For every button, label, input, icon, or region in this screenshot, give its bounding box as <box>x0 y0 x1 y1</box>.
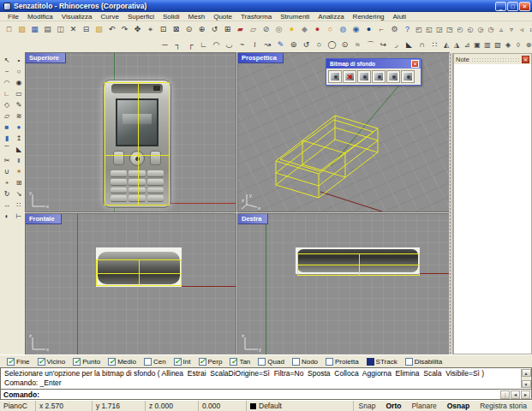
rectangle-icon[interactable]: ▭ <box>13 88 25 99</box>
osnap-medio[interactable]: Medio <box>108 358 136 366</box>
zoom-window-icon[interactable]: ⊡ <box>157 23 170 36</box>
bitmap-toolbar-titlebar[interactable]: Bitmap di sfondo ✕ <box>326 59 421 68</box>
hide-objects-icon[interactable]: ⊘ <box>260 23 272 36</box>
menu-item[interactable]: Analizza <box>314 13 348 21</box>
command-options-button[interactable]: ⋮ <box>500 390 510 399</box>
surface-edge-icon[interactable]: ◱ <box>424 24 434 35</box>
trim-icon[interactable]: ✂ <box>1 155 13 166</box>
explode-icon[interactable]: ✶ <box>13 166 25 177</box>
osnap-punto[interactable]: Punto <box>73 358 100 366</box>
wireframe-viewport-icon[interactable]: ▱ <box>247 23 260 36</box>
osnap-perp[interactable]: Perp <box>199 358 223 366</box>
curve-freeform-icon[interactable]: ~ <box>1 66 13 77</box>
osnap-strack[interactable]: STrack <box>367 358 398 366</box>
sphere-icon[interactable]: ● <box>13 122 25 133</box>
rotate-view-icon[interactable]: ↺ <box>208 23 221 36</box>
undo-icon[interactable]: ↶ <box>105 23 118 36</box>
pane-planare[interactable]: Planare <box>406 402 441 410</box>
notes-textarea[interactable] <box>454 64 531 354</box>
pane-orto[interactable]: Orto <box>380 402 406 410</box>
conic-icon[interactable]: ↝ <box>261 39 274 51</box>
rebuild-curve-icon[interactable]: ∩ <box>415 39 428 51</box>
osnap-quad[interactable]: Quad <box>258 358 284 366</box>
command-history-scrollbar[interactable]: ▲ ▼ <box>521 369 530 388</box>
offset-surface-icon[interactable]: ▿ <box>506 24 517 35</box>
osnap-int[interactable]: Int <box>174 358 191 366</box>
four-viewports-icon[interactable]: ⊞ <box>221 23 234 36</box>
line-segments-icon[interactable]: ┌ <box>184 39 197 51</box>
curve-interpolate-icon[interactable]: ~ <box>236 39 248 51</box>
viewport-frontale[interactable]: Frontale x z <box>26 214 236 354</box>
pane-registra-storia[interactable]: Registra storia <box>475 402 532 410</box>
notes-drag-texture[interactable] <box>471 57 520 62</box>
boolean-difference-icon[interactable]: ◮ <box>451 39 462 51</box>
menu-item[interactable]: Visualizza <box>57 13 97 21</box>
select-pointer-icon[interactable]: ↖ <box>1 55 13 66</box>
curve-control-icon[interactable]: ≀ <box>248 39 261 51</box>
extrude-curve-icon[interactable]: ▵ <box>496 24 506 35</box>
osnap-fine[interactable]: Fine <box>7 358 30 366</box>
offset-solid-icon[interactable]: ◊ <box>513 39 523 51</box>
pane-snap[interactable]: Snap <box>354 402 381 410</box>
menu-item[interactable]: Curve <box>97 13 123 21</box>
scale-icon[interactable]: ↘ <box>13 188 25 200</box>
ellipse-icon[interactable]: ◉ <box>13 77 25 88</box>
render-icon[interactable]: ● <box>311 23 324 36</box>
menu-item[interactable]: Quote <box>209 13 236 21</box>
sketch-icon[interactable]: ✎ <box>13 99 25 110</box>
spiral-icon[interactable]: ↺ <box>300 39 313 51</box>
redo-icon[interactable]: ↷ <box>118 23 131 36</box>
viewport-superiore[interactable]: Superiore x y <box>26 53 236 211</box>
osnap-nodo[interactable]: Nodo <box>292 358 318 366</box>
zoom-in-icon[interactable]: ⊕ <box>195 23 208 36</box>
menu-item[interactable]: Strumenti <box>276 13 314 21</box>
remove-background-bitmap-button[interactable] <box>343 70 356 83</box>
copy-object-icon[interactable]: ⊞ <box>13 177 25 188</box>
notes-close-button[interactable]: ✕ <box>522 56 529 63</box>
extrude-icon[interactable]: ↥ <box>13 133 25 144</box>
extend-curve-icon[interactable]: ↪ <box>377 39 390 51</box>
single-point-icon[interactable]: • <box>13 55 25 66</box>
viewport-label-superiore[interactable]: Superiore <box>26 53 66 63</box>
menu-item[interactable]: Solidi <box>158 13 184 21</box>
join-icon[interactable]: ∪ <box>1 166 13 177</box>
bitmap-toolbar-close-button[interactable]: ✕ <box>411 60 419 68</box>
boolean-icon[interactable]: ◐ <box>1 211 13 222</box>
command-scroll-right-button[interactable]: ▸ <box>521 390 530 399</box>
pipe-icon[interactable]: ▧ <box>493 39 503 51</box>
boolean-union-icon[interactable]: ◭ <box>441 39 451 51</box>
loft-icon[interactable]: ◷ <box>486 24 496 35</box>
copy-icon[interactable]: ⊟ <box>80 23 93 36</box>
command-scroll-left-button[interactable]: ◂ <box>511 390 520 399</box>
menu-item[interactable]: Rendering <box>349 13 389 21</box>
move-background-bitmap-button[interactable] <box>357 70 371 83</box>
move-icon[interactable]: + <box>1 177 13 188</box>
surface-3pt-icon[interactable]: ◰ <box>414 24 424 35</box>
scroll-up-button[interactable]: ▲ <box>522 369 531 377</box>
osnap-proietta[interactable]: Proietta <box>326 358 359 366</box>
chamfer-curve-icon[interactable]: ◣ <box>403 39 415 51</box>
osnap-vicino[interactable]: Vicino <box>38 358 66 366</box>
minimize-button[interactable]: _ <box>495 2 506 11</box>
zoom-selected-icon[interactable]: ⊙ <box>182 23 195 36</box>
array-icon[interactable]: ∷ <box>13 200 25 211</box>
pane-osnap[interactable]: Osnap <box>442 402 475 410</box>
attach-hook-icon[interactable]: ⌐ <box>375 23 388 36</box>
arc-icon[interactable]: ◠ <box>1 77 13 88</box>
viewport-label-destra[interactable]: Destra <box>238 214 268 224</box>
ellipse-icon[interactable]: ⊙ <box>338 39 351 51</box>
point-grid-icon[interactable]: ∷ <box>428 39 441 51</box>
pan-view-icon[interactable]: ✥ <box>131 23 144 36</box>
mirror-icon[interactable]: ↔ <box>1 200 13 211</box>
close-button[interactable]: ✕ <box>519 2 530 11</box>
surface-rail-icon[interactable]: ◳ <box>445 24 455 35</box>
menu-item[interactable]: File <box>3 13 23 21</box>
scroll-down-button[interactable]: ▼ <box>522 380 531 388</box>
circle-3pt-icon[interactable]: ◯ <box>326 39 338 51</box>
place-background-bitmap-button[interactable] <box>328 70 342 83</box>
menu-item[interactable]: Superfici <box>123 13 158 21</box>
delete-icon[interactable]: ✕ <box>67 23 80 36</box>
options-gear-icon[interactable]: ⚙ <box>388 23 401 36</box>
zoom-dynamic-icon[interactable]: ⌖ <box>144 23 157 36</box>
helix-icon[interactable]: ⊚ <box>287 39 300 51</box>
